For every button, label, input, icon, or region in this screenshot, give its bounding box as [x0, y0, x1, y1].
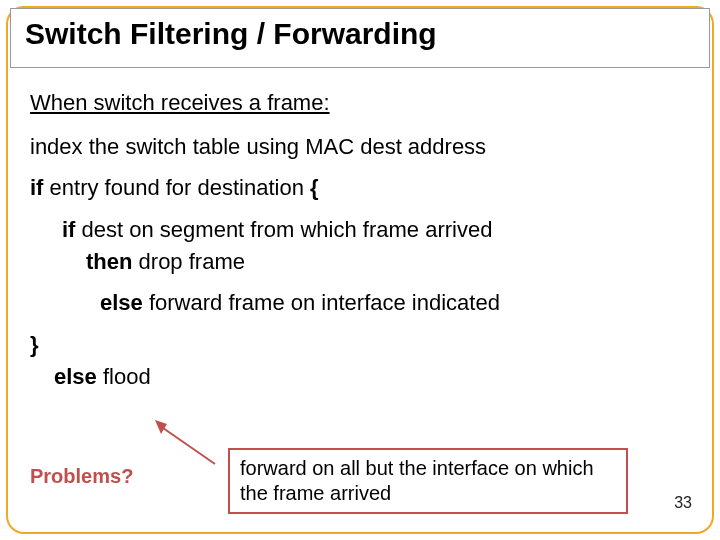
line-then: then drop frame	[86, 247, 690, 277]
callout-box: forward on all but the interface on whic…	[228, 448, 628, 514]
slide-title: Switch Filtering / Forwarding	[25, 17, 695, 51]
txt-if-entry: entry found for destination	[43, 175, 310, 200]
txt-flood: flood	[97, 364, 151, 389]
line-else-flood: else flood	[54, 362, 690, 392]
title-box: Switch Filtering / Forwarding	[10, 8, 710, 68]
line-index: index the switch table using MAC dest ad…	[30, 132, 690, 162]
line-if-entry: if entry found for destination {	[30, 173, 690, 203]
txt-else-forward: forward frame on interface indicated	[143, 290, 500, 315]
brace-close: }	[30, 332, 39, 357]
callout-text: forward on all but the interface on whic…	[240, 457, 594, 504]
kw-else2: else	[54, 364, 97, 389]
txt-then: drop frame	[132, 249, 245, 274]
kw-then: then	[86, 249, 132, 274]
sub-heading: When switch receives a frame:	[30, 88, 690, 118]
content-area: When switch receives a frame: index the …	[30, 88, 690, 404]
txt-if-dest: dest on segment from which frame arrived	[75, 217, 492, 242]
kw-if2: if	[62, 217, 75, 242]
page-number: 33	[674, 494, 692, 512]
kw-else1: else	[100, 290, 143, 315]
problems-label: Problems?	[30, 465, 133, 488]
line-if-dest: if dest on segment from which frame arri…	[62, 215, 690, 245]
brace-open: {	[310, 175, 319, 200]
kw-if: if	[30, 175, 43, 200]
line-close: }	[30, 330, 690, 360]
line-else-forward: else forward frame on interface indicate…	[100, 288, 690, 318]
